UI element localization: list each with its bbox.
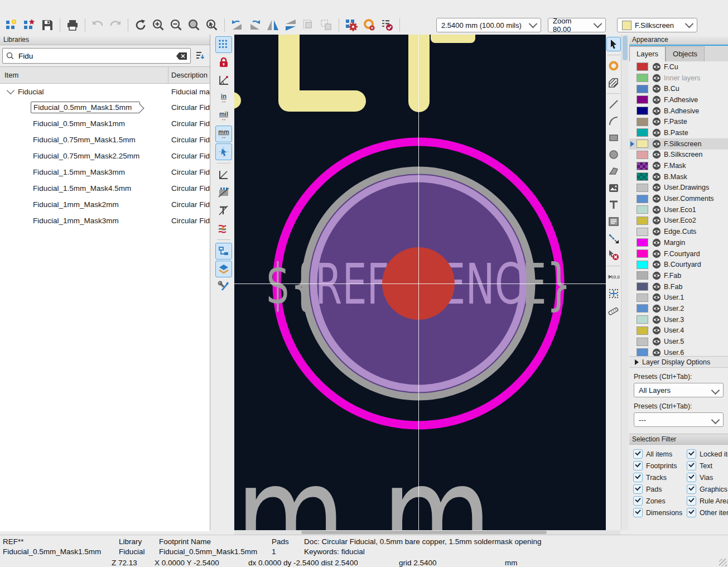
checkbox-checked-icon[interactable] (687, 496, 696, 506)
add-pad-button[interactable] (606, 59, 621, 73)
check-footprint-button[interactable] (379, 17, 396, 33)
add-dimension-button[interactable] (606, 231, 621, 246)
layer-row[interactable]: F.Cu (629, 61, 728, 73)
layer-row[interactable]: User.6 (629, 347, 728, 356)
add-text-button[interactable] (606, 198, 621, 212)
scrollbar-thumb[interactable] (301, 531, 547, 534)
visibility-eye-icon[interactable] (652, 326, 661, 335)
visibility-eye-icon[interactable] (652, 304, 661, 313)
flip-horizontal-button[interactable] (264, 17, 281, 33)
layer-color-swatch[interactable] (637, 315, 648, 324)
menu-item[interactable] (66, 6, 78, 10)
layer-row[interactable]: B.Mask (629, 171, 728, 182)
menu-item[interactable] (29, 6, 41, 10)
footprint-list-item[interactable]: Fiducial_0.75mm_Mask1.5mm Circular Fidu (0, 132, 210, 148)
filter-checkbox-item[interactable]: Rule Areas (687, 495, 728, 507)
layer-color-swatch[interactable] (637, 338, 648, 346)
checkbox-checked-icon[interactable] (633, 461, 643, 470)
zoom-selection-button[interactable] (204, 17, 220, 33)
visibility-eye-icon[interactable] (652, 63, 661, 71)
layer-row[interactable]: User.4 (629, 325, 728, 337)
flip-vertical-button[interactable] (282, 17, 299, 33)
text-sketch-mode-button[interactable] (215, 202, 232, 219)
sort-button[interactable] (193, 49, 208, 63)
grid-select[interactable]: 2.5400 mm (100.00 mils) (436, 18, 541, 32)
show-grid-button[interactable] (215, 36, 232, 53)
appearance-scrollbar[interactable] (621, 35, 629, 530)
layer-display-options[interactable]: Layer Display Options (629, 356, 728, 368)
footprint-properties-button[interactable] (343, 17, 360, 33)
menu-item[interactable] (41, 6, 54, 10)
layer-row[interactable]: B.Adhesive (629, 105, 728, 117)
rotate-ccw-button[interactable] (229, 17, 245, 33)
redo-button[interactable] (107, 17, 124, 33)
layer-row[interactable]: User.Eco1 (629, 204, 728, 215)
layer-row[interactable]: F.Fab (629, 270, 728, 281)
print-button[interactable] (64, 17, 81, 33)
pad-sketch-mode-button[interactable] (215, 184, 232, 201)
filter-checkbox-item[interactable]: Text (687, 460, 728, 472)
rotate-cw-button[interactable] (247, 17, 263, 33)
clear-search-icon[interactable] (176, 52, 187, 60)
visibility-eye-icon[interactable] (652, 95, 661, 104)
checkbox-checked-icon[interactable] (687, 508, 696, 517)
net-highlight-button[interactable] (215, 220, 232, 237)
layer-row[interactable]: User.5 (629, 336, 728, 347)
anchor-origin-button[interactable]: (0,0) (606, 270, 621, 284)
footprint-list-item[interactable]: Fiducial_0.5mm_Mask1.5mm Circular Fidu (0, 99, 210, 116)
checkbox-checked-icon[interactable] (687, 449, 696, 459)
footprint-list-item[interactable]: Fiducial_1mm_Mask2mm Circular Fidu (0, 196, 210, 213)
visibility-eye-icon[interactable] (652, 249, 661, 258)
lock-toggle-button[interactable] (215, 54, 232, 71)
viewport-preset-select[interactable]: --- (634, 412, 724, 427)
scrollbar-thumb[interactable] (623, 36, 628, 60)
hierarchy-tree-button[interactable] (215, 243, 232, 260)
add-zone-button[interactable] (606, 75, 621, 90)
layer-row[interactable]: B.Courtyard (629, 259, 728, 270)
visibility-eye-icon[interactable] (652, 315, 661, 324)
layer-color-swatch[interactable] (637, 107, 648, 115)
checkbox-checked-icon[interactable] (687, 461, 696, 470)
layer-color-swatch[interactable] (637, 304, 648, 313)
draw-line-button[interactable] (606, 97, 621, 112)
layer-color-swatch[interactable] (637, 195, 648, 203)
visibility-eye-icon[interactable] (652, 74, 661, 83)
layer-color-swatch[interactable] (637, 282, 648, 291)
layer-row[interactable]: F.Mask (629, 160, 728, 171)
layer-color-swatch[interactable] (637, 140, 648, 148)
checkbox-checked-icon[interactable] (687, 473, 696, 482)
draw-arc-button[interactable] (606, 114, 621, 128)
footprint-list-item[interactable]: Fiducial_1.5mm_Mask3mm Circular Fidu (0, 164, 210, 180)
layer-color-swatch[interactable] (637, 162, 648, 170)
layer-row[interactable]: User.3 (629, 314, 728, 325)
visibility-eye-icon[interactable] (652, 238, 661, 247)
measure-angle-button[interactable] (215, 166, 232, 183)
visibility-eye-icon[interactable] (652, 271, 661, 280)
layer-color-swatch[interactable] (637, 85, 648, 93)
visibility-eye-icon[interactable] (652, 205, 661, 214)
layer-color-swatch[interactable] (637, 228, 648, 236)
layer-row[interactable]: User.Comments (629, 193, 728, 204)
layer-row[interactable]: Margin (629, 237, 728, 248)
visibility-eye-icon[interactable] (652, 282, 661, 291)
menu-item[interactable] (4, 6, 17, 10)
layer-row[interactable]: B.Paste (629, 127, 728, 138)
layer-row[interactable]: B.Cu (629, 83, 728, 94)
menu-item[interactable] (17, 6, 29, 10)
library-search-box[interactable] (2, 48, 191, 64)
filter-checkbox-item[interactable]: Pads (633, 483, 687, 495)
column-item[interactable]: Item (0, 67, 168, 83)
new-footprint-button[interactable] (3, 17, 20, 33)
layer-row[interactable]: B.Fab (629, 281, 728, 292)
visibility-eye-icon[interactable] (652, 128, 661, 137)
filter-checkbox-item[interactable]: Locked items (687, 448, 728, 460)
layer-row[interactable]: Inner layers (629, 73, 728, 84)
layer-row[interactable]: Edge.Cuts (629, 226, 728, 237)
layer-color-swatch[interactable] (637, 294, 648, 302)
new-footprint-wizard-button[interactable] (21, 17, 38, 33)
tools-button[interactable] (215, 278, 232, 295)
visibility-eye-icon[interactable] (652, 293, 661, 302)
visibility-eye-icon[interactable] (652, 337, 661, 346)
layer-select[interactable]: F.Silkscreen (617, 18, 697, 32)
visibility-eye-icon[interactable] (652, 183, 661, 192)
